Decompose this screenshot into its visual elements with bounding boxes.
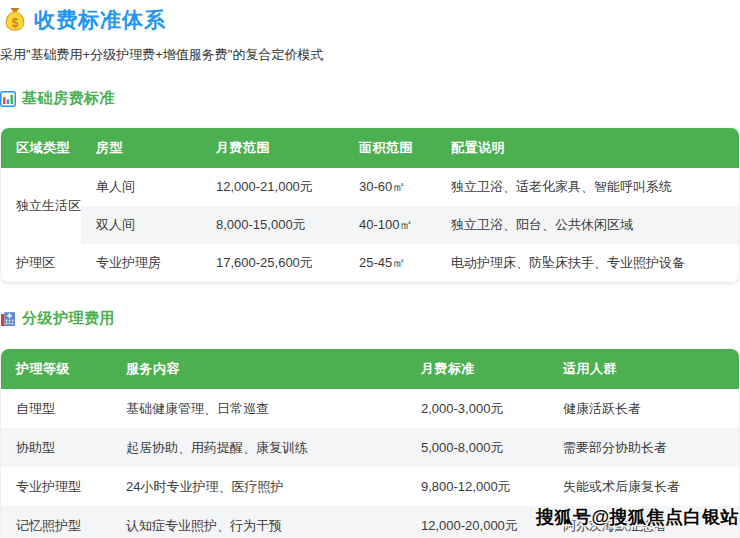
table-cell: 24小时专业护理、医疗照护: [111, 467, 406, 506]
table-cell: 25-45㎡: [344, 244, 436, 282]
table-row: 专业护理型24小时专业护理、医疗照护9,800-12,000元失能或术后康复长者: [1, 467, 739, 506]
table-cell: 独立卫浴、阳台、公共休闲区域: [436, 206, 739, 244]
money-bag-icon: $: [3, 7, 27, 33]
table-row: 协助型起居协助、用药提醒、康复训练5,000-8,000元需要部分协助长者: [1, 428, 739, 467]
table-cell: 9,800-12,000元: [406, 467, 548, 506]
table-cell: 30-60㎡: [344, 168, 436, 206]
table-cell: 5,000-8,000元: [406, 428, 548, 467]
table-cell: 护理区: [1, 244, 81, 282]
table-cell: 单人间: [81, 168, 201, 206]
table-cell: 自理型: [1, 389, 111, 428]
bar-chart-icon: [0, 91, 16, 107]
section-heading-label: 分级护理费用: [22, 309, 115, 328]
table-cell: 认知症专业照护、行为干预: [111, 506, 406, 538]
table-cell: 起居协助、用药提醒、康复训练: [111, 428, 406, 467]
table-cell: 40-100㎡: [344, 206, 436, 244]
table-row: 护理区专业护理房17,600-25,600元25-45㎡电动护理床、防坠床扶手、…: [1, 244, 739, 282]
column-header: 护理等级: [1, 349, 111, 389]
table-row: 双人间8,000-15,000元40-100㎡独立卫浴、阳台、公共休闲区域: [1, 206, 739, 244]
hospital-icon: [0, 311, 16, 327]
svg-text:$: $: [12, 15, 19, 29]
table-cell: 协助型: [1, 428, 111, 467]
table-cell: 独立生活区: [1, 168, 81, 244]
table-header-row: 区域类型房型月费范围面积范围配置说明: [1, 128, 739, 168]
section-heading-room-fees: 基础房费标准: [0, 89, 740, 108]
page-title: 收费标准体系: [34, 6, 166, 34]
table-cell: 2,000-3,000元: [406, 389, 548, 428]
column-header: 区域类型: [1, 128, 81, 168]
column-header: 配置说明: [436, 128, 739, 168]
table-cell: 独立卫浴、适老化家具、智能呼叫系统: [436, 168, 739, 206]
table-cell: 需要部分协助长者: [548, 428, 739, 467]
table-cell: 12,000-21,000元: [201, 168, 344, 206]
column-header: 月费标准: [406, 349, 548, 389]
column-header: 房型: [81, 128, 201, 168]
pricing-model-subtitle: 采用"基础费用+分级护理费+增值服务费"的复合定价模式: [0, 46, 740, 64]
table-cell: 失能或术后康复长者: [548, 467, 739, 506]
section-heading-care-fees: 分级护理费用: [0, 309, 740, 328]
sohu-watermark: 搜狐号@搜狐焦点白银站: [536, 505, 739, 529]
column-header: 服务内容: [111, 349, 406, 389]
table-cell: 专业护理型: [1, 467, 111, 506]
table-row: 自理型基础健康管理、日常巡查2,000-3,000元健康活跃长者: [1, 389, 739, 428]
column-header: 月费范围: [201, 128, 344, 168]
section-heading-label: 基础房费标准: [22, 89, 115, 108]
fee-standards-page: $ 收费标准体系 采用"基础费用+分级护理费+增值服务费"的复合定价模式 基础房…: [0, 0, 740, 538]
column-header: 面积范围: [344, 128, 436, 168]
table-row: 独立生活区单人间12,000-21,000元30-60㎡独立卫浴、适老化家具、智…: [1, 168, 739, 206]
table-cell: 8,000-15,000元: [201, 206, 344, 244]
table-cell: 电动护理床、防坠床扶手、专业照护设备: [436, 244, 739, 282]
table-cell: 双人间: [81, 206, 201, 244]
page-title-row: $ 收费标准体系: [3, 6, 740, 33]
table-cell: 专业护理房: [81, 244, 201, 282]
table-cell: 基础健康管理、日常巡查: [111, 389, 406, 428]
table-cell: 12,000-20,000元: [406, 506, 548, 538]
table-cell: 17,600-25,600元: [201, 244, 344, 282]
table-cell: 记忆照护型: [1, 506, 111, 538]
column-header: 适用人群: [548, 349, 739, 389]
table-header-row: 护理等级服务内容月费标准适用人群: [1, 349, 739, 389]
table-cell: 健康活跃长者: [548, 389, 739, 428]
room-fee-table: 区域类型房型月费范围面积范围配置说明 独立生活区单人间12,000-21,000…: [1, 128, 739, 282]
room-fee-table-container: 区域类型房型月费范围面积范围配置说明 独立生活区单人间12,000-21,000…: [1, 128, 739, 282]
